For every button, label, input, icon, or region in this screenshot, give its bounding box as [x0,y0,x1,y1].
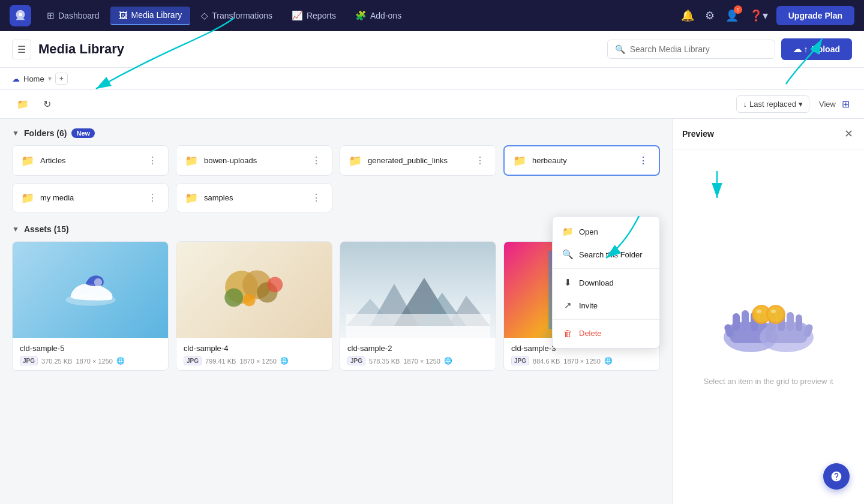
search-folder-icon: 🔍 [562,249,573,260]
svg-point-0 [19,13,22,16]
asset-meta: JPG 578.35 KB 1870 × 1250 🌐 [347,356,488,365]
folder-name: herbeauty [532,156,567,165]
svg-rect-22 [742,310,749,331]
refresh-button[interactable]: ↻ [38,95,56,113]
topnav-right-controls: 🔔 ⚙ 👤 1 ❓▾ Upgrade Plan [679,6,854,25]
context-menu: 📁 Open 🔍 Search this Folder ⬇ Download ↗… [552,216,660,349]
nav-tab-dashboard[interactable]: ⊞ Dashboard [38,7,108,25]
folder-more-button[interactable]: ⋮ [473,154,487,167]
context-menu-item-invite[interactable]: ↗ Invite [553,294,659,317]
context-menu-item-search[interactable]: 🔍 Search this Folder [553,243,659,266]
folder-card-samples[interactable]: 📁 samples ⋮ [176,183,332,212]
svg-point-8 [243,294,256,307]
new-folder-button[interactable]: 📁 [12,95,34,113]
svg-point-7 [267,277,283,293]
asset-name: cld-sample-4 [184,344,325,353]
search-input[interactable] [630,44,767,54]
open-folder-icon: 📁 [562,226,573,237]
asset-info: cld-sample-5 JPG 370.25 KB 1870 × 1250 🌐 [13,338,168,370]
folder-icon: 📁 [21,154,34,167]
asset-card-cld-sample-2[interactable]: cld-sample-2 JPG 578.35 KB 1870 × 1250 🌐 [340,241,496,371]
context-menu-item-download[interactable]: ⬇ Download [553,271,659,294]
folder-icon: 📁 [21,191,34,205]
asset-dimensions: 1870 × 1250 [76,358,112,365]
asset-meta: JPG 370.25 KB 1870 × 1250 🌐 [20,356,161,365]
sort-chevron-icon: ▾ [799,100,803,109]
folder-card-bowen-uploads[interactable]: 📁 bowen-uploads ⋮ [176,145,332,176]
upload-button[interactable]: ☁ ↑ Upload [781,38,852,60]
view-grid-button[interactable]: ⊞ [839,96,852,112]
asset-dimensions: 1870 × 1250 [563,358,600,365]
svg-rect-31 [796,314,802,331]
folders-section-title: Folders (6) [24,128,67,138]
asset-size: 578.35 KB [369,358,400,365]
help-button[interactable]: ❓▾ [747,7,770,25]
breadcrumb: ☁ Home ▾ + [0,68,864,90]
svg-point-38 [771,310,776,313]
format-badge: JPG [20,356,38,365]
folder-more-button[interactable]: ⋮ [145,154,160,167]
nav-tab-addons[interactable]: 🧩 Add-ons [347,7,410,25]
breadcrumb-home[interactable]: Home [23,74,44,83]
media-library-icon: 🖼 [119,10,128,20]
asset-name: cld-sample-2 [347,344,488,353]
nav-tab-reports[interactable]: 📈 Reports [283,7,344,25]
asset-size: 799.41 KB [205,358,236,365]
folders-toggle-icon: ▼ [12,129,19,137]
asset-card-cld-sample-4[interactable]: cld-sample-4 JPG 799.41 KB 1870 × 1250 🌐 [176,241,332,371]
search-icon: 🔍 [615,44,625,54]
context-menu-divider [553,268,659,269]
main-layout: ▼ Folders (6) New 📁 Articles ⋮ 📁 bowen-u… [0,119,864,504]
sort-icon: ↓ [743,100,747,109]
svg-point-6 [224,288,243,307]
folder-more-button[interactable]: ⋮ [309,191,323,205]
folder-card-herbeauty[interactable]: 📁 herbeauty ⋮ [503,145,660,176]
folder-more-button-herbeauty[interactable]: ⋮ [636,154,650,167]
asset-size: 884.6 KB [533,358,560,365]
folder-card-generated-links[interactable]: 📁 generated_public_links ⋮ [340,145,496,176]
svg-point-2 [94,278,101,286]
app-logo [10,5,31,26]
asset-thumbnail [176,242,332,338]
media-library-search-bar[interactable]: 🔍 [607,40,775,59]
preview-title: Preview [682,129,714,139]
format-badge: JPG [511,356,529,365]
geo-icon: 🌐 [116,357,125,365]
folder-icon: 📁 [185,154,198,167]
context-menu-divider-2 [553,319,659,320]
upload-icon: ☁ ↑ [793,44,808,54]
folder-more-button[interactable]: ⋮ [145,191,160,205]
asset-card-cld-sample-5[interactable]: cld-sample-5 JPG 370.25 KB 1870 × 1250 🌐 [12,241,169,371]
nav-tab-transformations[interactable]: ◇ Transformations [193,7,281,25]
sidebar-toggle-button[interactable]: ☰ [12,40,31,59]
help-fab-button[interactable] [823,463,850,490]
notifications-bell-button[interactable]: 🔔 [679,7,697,25]
nav-tab-media-library[interactable]: 🖼 Media Library [110,7,191,25]
reports-icon: 📈 [292,10,303,21]
user-avatar-button[interactable]: 👤 1 [723,7,741,25]
asset-dimensions: 1870 × 1250 [403,358,440,365]
share-icon: ↗ [562,300,573,311]
folder-name: Articles [40,156,66,165]
folder-icon: 📁 [185,191,198,205]
folder-name: generated_public_links [368,156,448,165]
folder-card-articles[interactable]: 📁 Articles ⋮ [12,145,169,176]
context-menu-item-open[interactable]: 📁 Open [553,220,659,243]
folders-grid: 📁 Articles ⋮ 📁 bowen-uploads ⋮ 📁 generat… [12,145,660,212]
asset-name: cld-sample-5 [20,344,161,353]
settings-button[interactable]: ⚙ [703,7,717,25]
svg-rect-14 [346,314,490,338]
preview-close-button[interactable]: ✕ [843,126,854,142]
breadcrumb-chevron: ▾ [48,74,52,83]
context-menu-item-delete[interactable]: 🗑 Delete [553,322,659,344]
sort-dropdown[interactable]: ↓ Last replaced ▾ [736,95,809,113]
upgrade-button[interactable]: Upgrade Plan [776,6,854,25]
page-title: Media Library [38,41,124,57]
breadcrumb-add-folder-button[interactable]: + [55,73,68,85]
folder-more-button[interactable]: ⋮ [309,154,323,167]
folders-section-header[interactable]: ▼ Folders (6) New [12,128,660,138]
asset-thumbnail [340,242,496,338]
folder-card-my-media[interactable]: 📁 my media ⋮ [12,183,169,212]
assets-section-title: Assets (15) [24,224,69,234]
folder-name: my media [40,193,74,202]
